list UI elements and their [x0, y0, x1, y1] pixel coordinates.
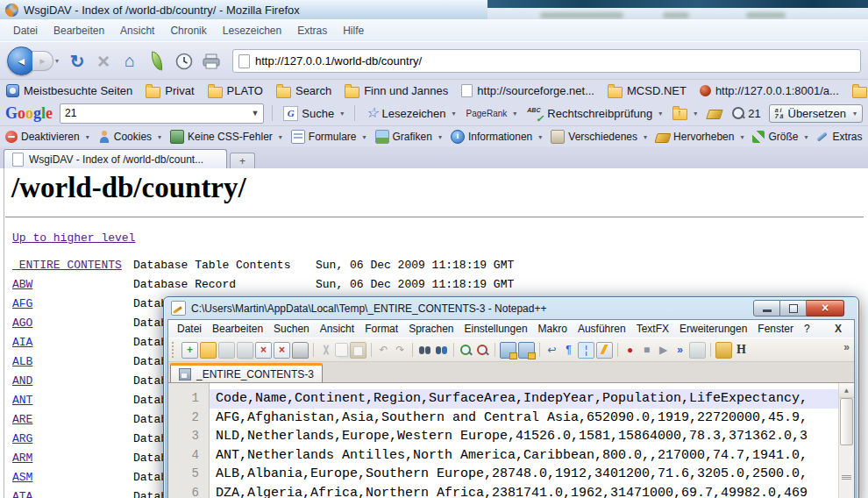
bookmark-privat[interactable]: Privat	[146, 84, 194, 98]
code-line[interactable]: AFG,Afghanistan,Asia,Southern and Centra…	[210, 409, 854, 428]
reload-button[interactable]	[64, 51, 90, 72]
replace-icon[interactable]	[434, 343, 449, 358]
entry-link[interactable]: AIA	[12, 333, 32, 352]
pagerank-button[interactable]: PageRank	[464, 107, 520, 120]
google-search-input[interactable]: 21 ▼	[60, 103, 264, 124]
code-line[interactable]: ANT,Netherlands Antilles,North America,C…	[210, 446, 854, 466]
url-text[interactable]: http://127.0.0.1/world-db/country/	[255, 54, 422, 68]
code-line[interactable]: DZA,Algeria,Africa,Northern Africa,23817…	[210, 484, 854, 498]
toolbar-overflow-chevron[interactable]: »	[843, 341, 850, 353]
entry-link[interactable]: ARG	[12, 430, 32, 449]
new-tab-button[interactable]: +	[230, 153, 255, 168]
cut-icon[interactable]	[318, 343, 333, 358]
zoom-out-icon[interactable]	[475, 343, 490, 358]
maximize-button[interactable]	[780, 300, 807, 317]
menu-item[interactable]: Chronik	[162, 22, 214, 39]
bookmark-plato[interactable]: PLATO	[208, 84, 263, 98]
entry-link[interactable]: AND	[12, 372, 32, 391]
webdev-css[interactable]: Keine CSS-Fehler	[170, 130, 282, 144]
notepadpp-titlebar[interactable]: C:\Users\Martin\AppData\Local\Temp\_ENTI…	[164, 297, 858, 319]
code-area[interactable]: Code,Name,Continent,Region,SurfaceArea,I…	[210, 383, 854, 498]
history-dropdown-icon[interactable]: ▾	[55, 57, 59, 65]
npp-menu-item[interactable]: TextFX	[631, 321, 674, 337]
sync-vertical-icon[interactable]	[500, 342, 516, 359]
entry-link[interactable]: ABW	[12, 275, 32, 295]
history-clock-icon[interactable]	[175, 53, 193, 70]
entry-link[interactable]: ARE	[12, 410, 32, 430]
webdev-informationen[interactable]: Informationen	[451, 130, 542, 144]
tab-title[interactable]: WsgiDAV - Index of /world-db/count...	[29, 153, 203, 166]
entry-link[interactable]: ALB	[12, 352, 32, 372]
webdev-label[interactable]: Extras	[832, 131, 862, 143]
sync-horizontal-icon[interactable]	[518, 342, 535, 359]
toolbar-separator[interactable]	[412, 343, 413, 357]
entry-link[interactable]: ASM	[12, 468, 32, 487]
toolbar-separator[interactable]	[710, 343, 711, 357]
send-to-button[interactable]	[670, 104, 700, 122]
webdev-label[interactable]: Hervorheben	[673, 131, 734, 143]
webdev-label[interactable]: Deaktivieren	[21, 131, 80, 143]
bookmark-label[interactable]: Search	[295, 84, 331, 97]
entry-link[interactable]: ANT	[12, 391, 32, 410]
print-icon[interactable]	[202, 53, 221, 69]
menu-item[interactable]: Ansicht	[112, 22, 162, 39]
npp-menu-item[interactable]: Einstellungen	[459, 321, 533, 337]
run-macro-multi-icon[interactable]: »	[672, 343, 687, 358]
bookmark-sourceforge[interactable]: http://sourceforge.net...	[461, 84, 594, 97]
menu-item[interactable]: Hilfe	[335, 22, 372, 39]
webdev-deaktivieren[interactable]: Deaktivieren	[5, 131, 89, 143]
home-button[interactable]	[117, 51, 143, 71]
undo-icon[interactable]: ↶	[376, 343, 391, 358]
up-to-higher-level-link[interactable]: Up to higher level	[12, 231, 135, 245]
indent-guide-icon[interactable]: ¦	[578, 342, 594, 359]
webdev-label[interactable]: Formulare	[309, 131, 357, 143]
search-dropdown-icon[interactable]: ▼	[251, 109, 259, 117]
bookmark-label[interactable]: http://sourceforge.net...	[477, 84, 594, 97]
highlighter-button[interactable]	[705, 105, 724, 121]
webdev-label[interactable]: Verschiedenes	[568, 131, 637, 143]
webdev-label[interactable]: Informationen	[468, 131, 532, 143]
close-all-icon[interactable]: ×	[274, 342, 290, 359]
paste-icon[interactable]	[350, 342, 366, 359]
bookmark-most-visited[interactable]: Meistbesuchte Seiten	[6, 84, 132, 97]
npp-menu-item[interactable]: Ausführen	[573, 321, 631, 337]
webdev-label[interactable]: Grafiken	[393, 131, 432, 143]
bookmark-tree-samples[interactable]: Tree Samples	[852, 84, 868, 98]
npp-menu-item[interactable]: Suchen	[268, 321, 315, 337]
menu-item[interactable]: Datei	[5, 22, 46, 39]
bookmark-mcsd-net[interactable]: MCSD.NET	[608, 84, 687, 98]
webdev-verschiedenes[interactable]: Verschiedenes	[551, 130, 647, 144]
webdev-label[interactable]: Keine CSS-Fehler	[188, 131, 273, 143]
npp-menu-item[interactable]: Format	[359, 321, 403, 337]
scroll-up-arrow[interactable]: ▲	[839, 383, 854, 398]
spellcheck-button[interactable]: ABC Rechtschreibprüfung	[524, 105, 665, 122]
save-all-icon[interactable]	[237, 342, 253, 359]
entry-link[interactable]: AGO	[12, 314, 32, 333]
toolbar-separator[interactable]	[539, 343, 540, 357]
uebersetzen-button[interactable]: a í7 ä Übersetzen	[769, 104, 863, 123]
play-macro-icon[interactable]: ▶	[656, 343, 671, 358]
bookmark-label[interactable]: http://127.0.0.1:8001/a...	[715, 84, 839, 97]
url-bar[interactable]: http://127.0.0.1/world-db/country/	[232, 49, 861, 73]
scroll-thumb[interactable]	[840, 398, 853, 445]
entry-link[interactable]: ATA	[12, 487, 32, 498]
close-button[interactable]	[807, 300, 844, 317]
stop-macro-icon[interactable]: ■	[639, 343, 654, 358]
bookmark-127-0-0-1-8001[interactable]: http://127.0.0.1:8001/a...	[700, 84, 839, 97]
textfx-icon[interactable]: H	[734, 343, 749, 358]
webdev-hervorheben[interactable]: Hervorheben	[656, 131, 743, 143]
toolbar-separator[interactable]	[453, 343, 454, 357]
webdev-grafiken[interactable]: Grafiken	[375, 130, 442, 144]
bookmark-label[interactable]: Meistbesuchte Seiten	[24, 84, 132, 97]
print-icon[interactable]	[292, 342, 309, 359]
plugins-icon[interactable]	[715, 342, 732, 359]
npp-menu-item[interactable]: Fenster	[752, 321, 799, 337]
save-icon[interactable]	[218, 342, 235, 359]
webdev-groesse[interactable]: Größe	[752, 131, 808, 143]
new-file-icon[interactable]: +	[181, 342, 198, 359]
webdev-cookies[interactable]: Cookies	[98, 131, 161, 143]
entry-link[interactable]: AFG	[12, 295, 32, 314]
stop-button[interactable]	[90, 49, 117, 74]
extension-leaf-icon[interactable]	[150, 51, 164, 70]
webdev-extras[interactable]: Extras	[816, 131, 868, 143]
